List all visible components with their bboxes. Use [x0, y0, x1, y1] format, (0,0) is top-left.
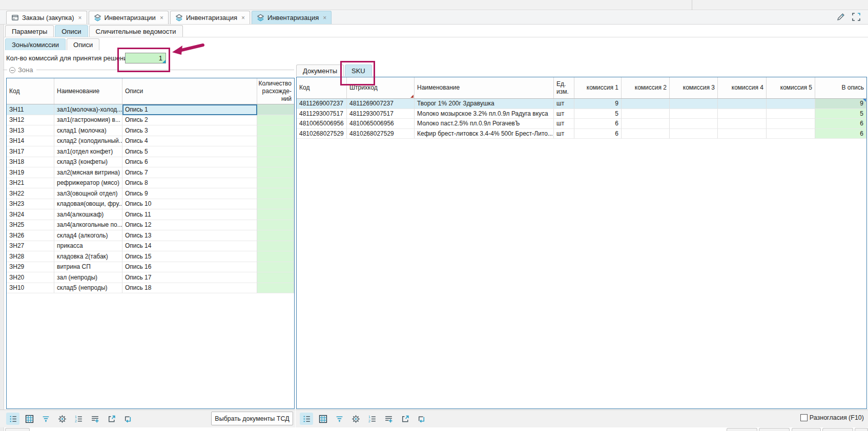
cell[interactable] [670, 99, 718, 109]
sku-table-row[interactable]: 48112690072374811269007237Творог 1% 200г… [297, 99, 866, 109]
cell[interactable]: Творог 1% 200г Здравушка [415, 99, 554, 109]
pencil-icon[interactable] [836, 12, 845, 21]
cell[interactable]: Молоко паст.2.5% пл.0.9л РогачевЪ [415, 119, 554, 129]
column-header[interactable]: Наименование [415, 77, 554, 98]
tab-documents[interactable]: Документы [296, 64, 344, 76]
discrepancy-cell[interactable] [257, 136, 294, 147]
cell[interactable]: витрина СП [54, 262, 122, 273]
cell[interactable]: 4810065006956 [347, 119, 415, 129]
cell[interactable]: 4810268027529 [297, 129, 347, 139]
cell[interactable]: Опись 4 [122, 136, 257, 147]
tab-inventories[interactable]: Инвентаризации × [89, 11, 169, 24]
cell[interactable] [622, 109, 670, 119]
discrepancy-cell[interactable] [257, 104, 294, 115]
tab-orders[interactable]: Заказы (закупка) × [6, 11, 87, 24]
zone-table-row[interactable]: ЗН26склад4 (алкоголь)Опись 13 [7, 230, 294, 241]
column-header[interactable]: Код [297, 77, 347, 98]
cell[interactable]: ЗН14 [7, 136, 54, 147]
cell[interactable]: Опись 8 [122, 178, 257, 189]
discrepancy-cell[interactable] [257, 251, 294, 262]
filter-icon[interactable] [333, 413, 346, 425]
cell[interactable]: 4811293007517 [297, 109, 347, 119]
cell[interactable] [718, 129, 767, 139]
column-header[interactable]: комиссия 4 [718, 77, 767, 98]
cell[interactable] [767, 129, 815, 139]
cell[interactable]: ЗН28 [7, 251, 54, 262]
list-view-icon[interactable] [6, 413, 19, 425]
settings-gear-icon[interactable] [55, 413, 69, 425]
cell[interactable] [670, 109, 718, 119]
cell[interactable]: 6 [574, 129, 622, 139]
cell[interactable]: зал3(овощной отдел) [54, 188, 122, 199]
cell[interactable]: ЗН27 [7, 241, 54, 252]
cell[interactable] [767, 109, 815, 119]
cell[interactable]: рефрижератор (мясо) [54, 178, 122, 189]
cell[interactable] [670, 119, 718, 129]
add-row-icon[interactable] [88, 413, 101, 425]
cut-button[interactable] [759, 428, 790, 431]
cell[interactable]: зал2(мясная витрина) [54, 167, 122, 178]
cut-button[interactable] [5, 428, 30, 431]
cell[interactable]: ЗН29 [7, 262, 54, 273]
grid-icon[interactable] [23, 413, 36, 425]
filter-icon[interactable] [39, 413, 52, 425]
cell[interactable]: ЗН10 [7, 283, 54, 294]
cell[interactable] [718, 119, 767, 129]
close-icon[interactable]: × [241, 14, 245, 21]
cell[interactable]: зал1(молочка)-холод... [54, 104, 122, 115]
cell[interactable]: ЗН20 [7, 272, 54, 283]
column-header[interactable]: Описи [122, 78, 257, 104]
cut-button[interactable] [855, 428, 868, 431]
cell[interactable]: ЗН21 [7, 178, 54, 189]
tab-comparison-sheets[interactable]: Сличительные ведомости [89, 25, 183, 37]
cell[interactable]: склад5 (непроды) [54, 283, 122, 294]
refresh-icon[interactable] [121, 413, 134, 425]
cell[interactable] [718, 109, 767, 119]
cell[interactable]: шт [554, 119, 574, 129]
cut-button[interactable] [822, 428, 853, 431]
select-tsd-documents-button[interactable]: Выбрать документы ТСД [211, 412, 293, 425]
open-external-icon[interactable] [105, 413, 118, 425]
cell[interactable]: ЗН24 [7, 209, 54, 220]
zone-table-row[interactable]: ЗН29витрина СПОпись 16 [7, 262, 294, 273]
zone-table-row[interactable]: ЗН10склад5 (непроды)Опись 18 [7, 283, 294, 294]
cell[interactable]: Опись 13 [122, 230, 257, 241]
zone-table-row[interactable]: ЗН14склад2 (холодильный...Опись 4 [7, 136, 294, 147]
cell[interactable] [767, 99, 815, 109]
cell[interactable]: склад3 (конфеты) [54, 157, 122, 168]
cell[interactable]: 6 [574, 119, 622, 129]
sku-table-row[interactable]: 48112930075174811293007517Молоко мозырск… [297, 109, 866, 119]
grid-icon[interactable] [316, 413, 329, 425]
discrepancy-cell[interactable] [257, 230, 294, 241]
discrepancy-cell[interactable] [257, 167, 294, 178]
column-header[interactable]: комиссия 5 [767, 77, 815, 98]
cell[interactable]: 6 [815, 129, 866, 139]
column-header[interactable]: комиссия 3 [670, 77, 718, 98]
column-header[interactable]: комиссия 2 [622, 77, 670, 98]
zone-table-row[interactable]: ЗН11зал1(молочка)-холод...Опись 1 [7, 104, 294, 115]
discrepancy-cell[interactable] [257, 146, 294, 157]
discrepancy-cell[interactable] [257, 115, 294, 126]
numbered-list-icon[interactable]: 12 [365, 413, 379, 425]
close-icon[interactable]: × [78, 14, 81, 21]
close-icon[interactable]: × [160, 14, 163, 21]
discrepancy-cell[interactable] [257, 220, 294, 231]
open-external-icon[interactable] [398, 413, 411, 425]
cell[interactable]: 9 [574, 99, 622, 109]
cut-button[interactable] [792, 428, 821, 431]
cell[interactable]: Кефир брест-литовск 3.4-4% 500г Брест-Ли… [415, 129, 554, 139]
disagreements-checkbox[interactable]: Разногласия (F10) [800, 414, 864, 421]
cell[interactable]: ЗН11 [7, 104, 54, 115]
cell[interactable]: Молоко мозырское 3.2% пл.0.9л Радуга вку… [415, 109, 554, 119]
cell[interactable]: ЗН12 [7, 115, 54, 126]
close-icon[interactable]: × [323, 14, 326, 21]
checkbox-icon[interactable] [800, 414, 808, 421]
zone-table-row[interactable]: ЗН22зал3(овощной отдел)Опись 9 [7, 188, 294, 199]
cell[interactable]: 4810065006956 [297, 119, 347, 129]
cell[interactable]: 5 [815, 109, 866, 119]
cell[interactable]: Опись 1 [122, 104, 257, 115]
cell[interactable]: Опись 6 [122, 157, 257, 168]
zone-table-row[interactable]: ЗН28кладовка 2(табак)Опись 15 [7, 251, 294, 262]
tab-parameters[interactable]: Параметры [5, 25, 54, 37]
tab-inventory-2-active[interactable]: Инвентаризация × [252, 11, 332, 24]
